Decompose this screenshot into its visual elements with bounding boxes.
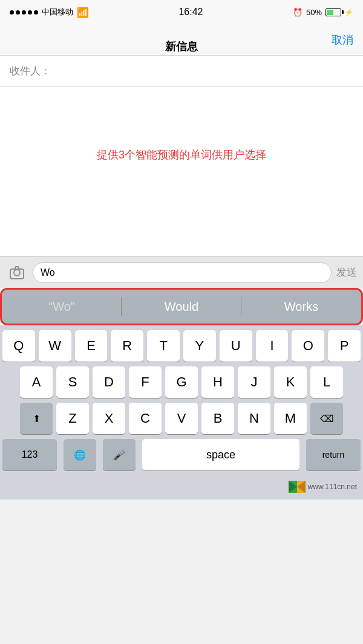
key-R[interactable]: R xyxy=(111,330,143,362)
battery-fill xyxy=(327,10,333,15)
nav-title: 新信息 xyxy=(165,31,198,62)
key-Y[interactable]: Y xyxy=(183,330,216,362)
key-U[interactable]: U xyxy=(220,330,252,362)
key-G[interactable]: G xyxy=(165,366,198,398)
keyboard-row-bottom: 123 🌐 🎤 space return xyxy=(2,439,361,470)
key-E[interactable]: E xyxy=(75,330,108,362)
status-time: 16:42 xyxy=(178,7,203,18)
svg-rect-1 xyxy=(10,269,24,279)
signal-dot-1 xyxy=(10,10,14,15)
key-P[interactable]: P xyxy=(328,330,361,362)
charging-icon: ⚡ xyxy=(345,8,353,16)
battery-indicator xyxy=(325,8,341,16)
keyboard-row-1: Q W E R T Y U I O P xyxy=(2,330,361,362)
predictive-label-2: Would xyxy=(165,300,198,314)
key-V[interactable]: V xyxy=(165,403,198,434)
key-F[interactable]: F xyxy=(129,366,162,398)
camera-button[interactable] xyxy=(6,262,28,284)
key-D[interactable]: D xyxy=(93,366,125,398)
signal-dot-4 xyxy=(28,10,32,15)
key-N[interactable]: N xyxy=(238,403,270,434)
predictive-item-1[interactable]: "Wo" xyxy=(2,290,122,324)
key-return[interactable]: return xyxy=(306,439,361,470)
key-O[interactable]: O xyxy=(292,330,324,362)
carrier-label: 中国移动 xyxy=(42,7,73,18)
signal-dot-2 xyxy=(16,10,20,15)
predictive-bar: "Wo" Would Works xyxy=(0,288,363,325)
key-A[interactable]: A xyxy=(20,366,53,398)
annotation-text: 提供3个智能预测的单词供用户选择 xyxy=(12,148,351,163)
predictive-item-3[interactable]: Works xyxy=(241,290,361,324)
key-shift[interactable]: ⬆ xyxy=(20,403,53,434)
battery-box xyxy=(325,8,341,16)
predictive-label-1: "Wo" xyxy=(48,300,75,314)
key-backspace[interactable]: ⌫ xyxy=(310,403,343,434)
cancel-button[interactable]: 取消 xyxy=(332,33,353,47)
keyboard-row-2: A S D F G H J K L xyxy=(2,366,361,398)
key-M[interactable]: M xyxy=(274,403,307,434)
signal-dot-5 xyxy=(34,10,38,15)
key-Z[interactable]: Z xyxy=(56,403,89,434)
wifi-icon: 📶 xyxy=(77,7,89,18)
key-globe[interactable]: 🌐 xyxy=(64,439,96,470)
recipient-input[interactable] xyxy=(53,65,353,77)
message-text-input[interactable] xyxy=(33,262,332,283)
status-bar: 中国移动 📶 16:42 ⏰ 50% ⚡ xyxy=(0,0,363,24)
signal-dots xyxy=(10,10,38,15)
key-T[interactable]: T xyxy=(147,330,180,362)
predictive-item-2[interactable]: Would xyxy=(122,290,241,324)
predictive-wrapper: "Wo" Would Works xyxy=(0,288,363,325)
key-S[interactable]: S xyxy=(56,366,89,398)
key-Q[interactable]: Q xyxy=(2,330,35,362)
camera-icon xyxy=(8,264,25,281)
nav-bar: 新信息 取消 xyxy=(0,24,363,56)
key-I[interactable]: I xyxy=(256,330,289,362)
watermark-label: www.111cn.net xyxy=(308,483,357,491)
status-right: ⏰ 50% ⚡ xyxy=(293,8,353,17)
key-C[interactable]: C xyxy=(129,403,162,434)
watermark-text: www.111cn.net xyxy=(289,481,357,495)
key-num[interactable]: 123 xyxy=(2,439,57,470)
key-L[interactable]: L xyxy=(310,366,343,398)
key-X[interactable]: X xyxy=(93,403,125,434)
send-button[interactable]: 发送 xyxy=(336,265,357,279)
key-B[interactable]: B xyxy=(201,403,234,434)
key-space[interactable]: space xyxy=(142,439,299,470)
logo-icon xyxy=(289,481,306,493)
key-W[interactable]: W xyxy=(39,330,71,362)
key-H[interactable]: H xyxy=(201,366,234,398)
predictive-label-3: Works xyxy=(284,300,318,314)
keyboard: Q W E R T Y U I O P A S D F G H J K L ⬆ … xyxy=(0,325,363,475)
recipient-label: 收件人： xyxy=(10,64,51,78)
key-K[interactable]: K xyxy=(274,366,307,398)
watermark-bar: www.111cn.net xyxy=(0,475,363,499)
status-left: 中国移动 📶 xyxy=(10,7,89,18)
battery-percent: 50% xyxy=(306,8,322,17)
message-input-row: 发送 xyxy=(0,256,363,288)
signal-dot-3 xyxy=(22,10,26,15)
key-mic[interactable]: 🎤 xyxy=(103,439,136,470)
message-area: 提供3个智能预测的单词供用户选择 xyxy=(0,87,363,256)
keyboard-row-3: ⬆ Z X C V B N M ⌫ xyxy=(2,403,361,434)
svg-point-0 xyxy=(14,270,20,276)
alarm-icon: ⏰ xyxy=(293,8,302,17)
key-J[interactable]: J xyxy=(238,366,270,398)
